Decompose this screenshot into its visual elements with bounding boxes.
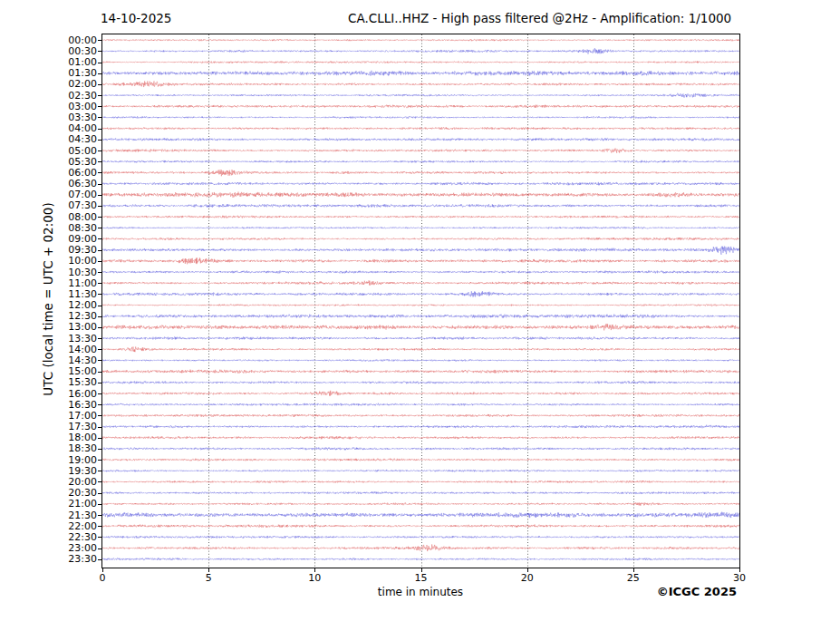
y-tick-label: 16:00: [36, 389, 97, 399]
x-tick-label: 30: [721, 573, 758, 583]
x-tick-mark: [208, 568, 209, 572]
y-tick-label: 15:30: [36, 377, 97, 387]
y-tick-label: 21:30: [36, 510, 97, 520]
x-tick-label: 25: [615, 573, 652, 583]
y-tick-label: 22:00: [36, 521, 97, 531]
date-label: 14-10-2025: [101, 11, 171, 25]
y-tick-label: 17:00: [36, 411, 97, 421]
y-tick-label: 03:30: [36, 112, 97, 122]
y-tick-label: 09:30: [36, 245, 97, 255]
x-tick-mark: [633, 568, 634, 572]
y-tick-label: 13:00: [36, 322, 97, 332]
y-tick-label: 06:00: [36, 168, 97, 178]
y-tick-label: 11:30: [36, 289, 97, 299]
plot-title: CA.CLLI..HHZ - High pass filtered @2Hz -…: [348, 11, 731, 25]
y-tick-label: 10:30: [36, 267, 97, 277]
copyright-label: ©ICGC 2025: [657, 585, 737, 598]
y-tick-label: 23:00: [36, 543, 97, 553]
y-tick-label: 02:00: [36, 79, 97, 89]
x-tick-label: 10: [296, 573, 333, 583]
y-tick-label: 01:00: [36, 57, 97, 67]
y-tick-label: 03:00: [36, 102, 97, 112]
y-tick-label: 05:00: [36, 146, 97, 156]
x-tick-mark: [739, 568, 740, 572]
y-tick-label: 11:00: [36, 278, 97, 288]
y-tick-label: 00:00: [36, 35, 97, 45]
y-tick-label: 22:30: [36, 532, 97, 542]
x-tick-label: 15: [403, 573, 439, 583]
y-tick-label: 02:30: [36, 91, 97, 101]
y-tick-label: 04:30: [36, 134, 97, 144]
y-tick-label: 04:00: [36, 123, 97, 133]
x-tick-label: 20: [509, 573, 546, 583]
y-tick-label: 14:30: [36, 355, 97, 365]
y-tick-label: 19:00: [36, 455, 97, 465]
x-tick-mark: [314, 568, 315, 572]
y-tick-label: 12:30: [36, 311, 97, 321]
y-tick-label: 08:30: [36, 223, 97, 233]
y-tick-label: 06:30: [36, 179, 97, 189]
x-tick-mark: [527, 568, 528, 572]
y-tick-label: 17:30: [36, 422, 97, 432]
y-tick-label: 13:30: [36, 334, 97, 344]
x-axis-label: time in minutes: [330, 586, 511, 598]
y-tick-label: 05:30: [36, 157, 97, 167]
helicorder-figure: 14-10-2025 CA.CLLI..HHZ - High pass filt…: [0, 0, 840, 631]
y-tick-label: 12:00: [36, 300, 97, 310]
y-tick-label: 20:30: [36, 488, 97, 498]
y-tick-label: 21:00: [36, 499, 97, 509]
plot-area: [101, 34, 740, 568]
y-tick-label: 18:30: [36, 443, 97, 453]
y-tick-label: 20:00: [36, 477, 97, 487]
x-tick-label: 0: [84, 573, 121, 583]
y-tick-label: 07:30: [36, 200, 97, 210]
y-tick-label: 19:30: [36, 466, 97, 476]
y-tick-label: 00:30: [36, 46, 97, 56]
y-tick-label: 14:00: [36, 345, 97, 354]
seismogram-traces-canvas: [102, 34, 739, 568]
y-tick-label: 18:00: [36, 432, 97, 442]
y-tick-label: 15:00: [36, 366, 97, 376]
y-tick-label: 16:30: [36, 400, 97, 410]
y-tick-label: 08:00: [36, 212, 97, 222]
y-tick-label: 01:30: [36, 68, 97, 78]
x-tick-mark: [102, 568, 103, 572]
x-tick-mark: [421, 568, 422, 572]
x-tick-label: 5: [190, 573, 227, 583]
y-tick-label: 09:00: [36, 234, 97, 244]
y-tick-label: 10:00: [36, 256, 97, 266]
y-tick-label: 23:30: [36, 554, 97, 564]
y-tick-label: 07:00: [36, 189, 97, 199]
